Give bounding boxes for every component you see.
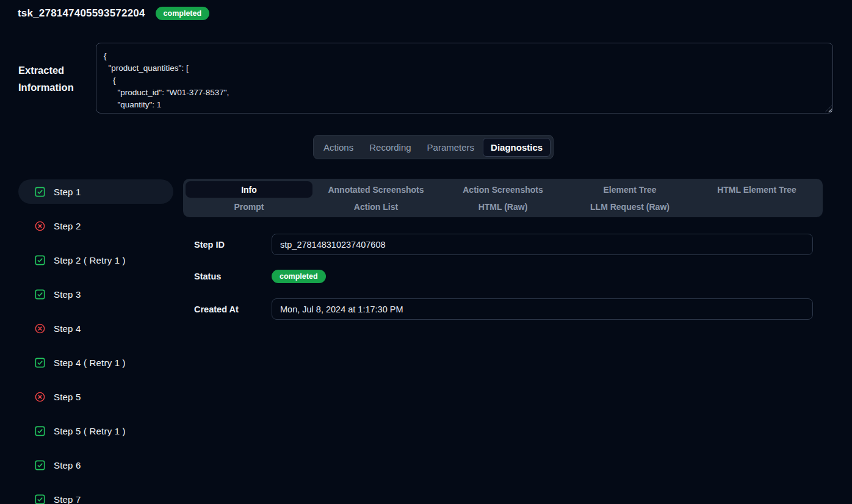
step-label: Step 1 bbox=[54, 187, 81, 197]
step-item-5-retry-1[interactable]: Step 5 ( Retry 1 ) bbox=[18, 419, 173, 443]
x-circle-icon bbox=[34, 323, 46, 334]
step-item-4-retry-1[interactable]: Step 4 ( Retry 1 ) bbox=[18, 350, 173, 375]
task-diagnostics-page: tsk_278147405593572204 completed Extract… bbox=[0, 0, 852, 504]
x-circle-icon bbox=[34, 220, 46, 232]
step-item-1[interactable]: Step 1 bbox=[18, 179, 173, 204]
step-label: Step 6 bbox=[54, 460, 81, 470]
step-label: Step 2 ( Retry 1 ) bbox=[54, 255, 126, 265]
header: tsk_278147405593572204 completed bbox=[18, 7, 209, 20]
tab-actions[interactable]: Actions bbox=[316, 138, 361, 157]
subtab-llm-request-raw[interactable]: LLM Request (Raw) bbox=[566, 198, 693, 215]
steps-sidebar: Step 1 Step 2 Step 2 ( Retry 1 ) Step 3 … bbox=[18, 179, 173, 504]
diagnostics-subtabs: Info Annotated Screenshots Action Screen… bbox=[183, 179, 823, 217]
step-id-label: Step ID bbox=[194, 240, 272, 250]
tab-parameters[interactable]: Parameters bbox=[420, 138, 482, 157]
extracted-information-label: Extracted Information bbox=[18, 62, 95, 96]
subtab-element-tree[interactable]: Element Tree bbox=[566, 181, 693, 198]
step-item-3[interactable]: Step 3 bbox=[18, 282, 173, 306]
subtab-info[interactable]: Info bbox=[186, 181, 312, 198]
subtab-action-list[interactable]: Action List bbox=[312, 198, 439, 215]
subtab-action-screenshots[interactable]: Action Screenshots bbox=[439, 181, 566, 198]
subtab-annotated-screenshots[interactable]: Annotated Screenshots bbox=[312, 181, 439, 198]
check-square-icon bbox=[34, 186, 46, 198]
step-label: Step 4 bbox=[54, 323, 81, 334]
subtab-prompt[interactable]: Prompt bbox=[186, 198, 312, 215]
check-square-icon bbox=[34, 459, 46, 471]
step-label: Step 2 bbox=[54, 221, 81, 231]
check-square-icon bbox=[34, 254, 46, 266]
check-square-icon bbox=[34, 357, 46, 369]
step-item-2[interactable]: Step 2 bbox=[18, 214, 173, 238]
task-status-badge: completed bbox=[156, 7, 210, 20]
check-square-icon bbox=[34, 425, 46, 437]
x-circle-icon bbox=[34, 391, 46, 403]
step-item-5[interactable]: Step 5 bbox=[18, 384, 173, 409]
check-square-icon bbox=[34, 289, 46, 300]
step-id-row: Step ID bbox=[194, 234, 813, 255]
subtab-spacer bbox=[693, 198, 820, 215]
check-square-icon bbox=[34, 494, 46, 504]
step-label: Step 4 ( Retry 1 ) bbox=[54, 358, 126, 368]
subtab-html-element-tree[interactable]: HTML Element Tree bbox=[693, 181, 820, 198]
created-at-row: Created At bbox=[194, 298, 813, 320]
step-id-input[interactable] bbox=[272, 234, 813, 255]
step-item-2-retry-1[interactable]: Step 2 ( Retry 1 ) bbox=[18, 248, 173, 272]
extracted-information-textarea[interactable]: { "product_quantities": [ { "product_id"… bbox=[96, 43, 833, 113]
status-row: Status completed bbox=[194, 266, 813, 287]
created-at-label: Created At bbox=[194, 304, 272, 314]
status-label: Status bbox=[194, 272, 272, 281]
extracted-information-container: { "product_quantities": [ { "product_id"… bbox=[96, 43, 833, 113]
subtab-html-raw[interactable]: HTML (Raw) bbox=[439, 198, 566, 215]
step-label: Step 7 bbox=[54, 494, 81, 504]
step-label: Step 5 ( Retry 1 ) bbox=[54, 426, 126, 436]
step-label: Step 3 bbox=[54, 289, 81, 300]
step-label: Step 5 bbox=[54, 392, 81, 402]
step-item-4[interactable]: Step 4 bbox=[18, 316, 173, 340]
created-at-input[interactable] bbox=[272, 298, 813, 320]
main-tabbar: Actions Recording Parameters Diagnostics bbox=[313, 135, 554, 159]
tab-recording[interactable]: Recording bbox=[362, 138, 418, 157]
task-id-title: tsk_278147405593572204 bbox=[18, 7, 145, 20]
step-status-badge: completed bbox=[272, 270, 326, 283]
step-item-6[interactable]: Step 6 bbox=[18, 453, 173, 477]
step-item-7[interactable]: Step 7 bbox=[18, 487, 173, 504]
tab-diagnostics[interactable]: Diagnostics bbox=[483, 138, 551, 157]
